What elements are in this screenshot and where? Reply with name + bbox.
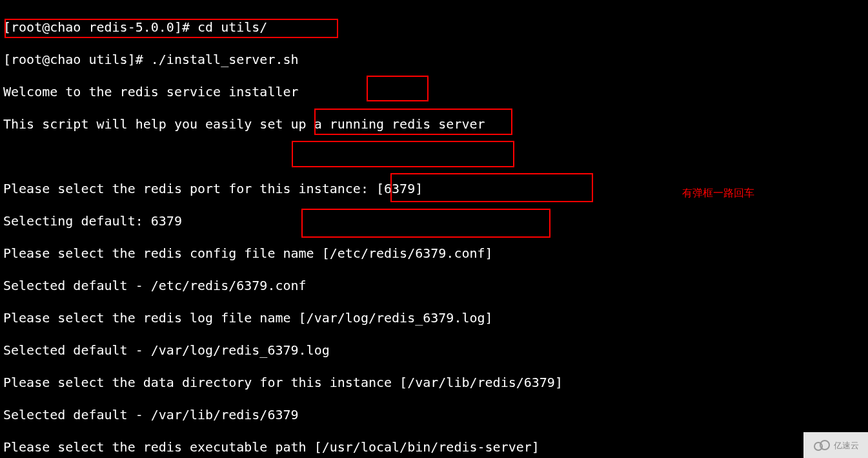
terminal-line: Selected default - /var/log/redis_6379.l… [3,342,868,359]
prompt-text: Please select the redis log file name [3,310,299,326]
default-value: [/var/lib/redis/6379] [399,375,570,390]
terminal-line: This script will help you easily set up … [3,116,868,132]
terminal-output[interactable]: [root@chao redis-5.0.0]# cd utils/ [root… [0,0,868,458]
terminal-line: [root@chao utils]# ./install_server.sh [3,52,868,68]
command-text: cd utils/ [197,19,267,35]
terminal-line: Welcome to the redis service installer [3,84,868,100]
prompt-text: Please select the redis executable path [3,439,314,455]
prompt-text: Please select the data directory for thi… [3,375,399,390]
terminal-line [3,149,868,165]
terminal-line: Please select the redis log file name [/… [3,310,868,326]
terminal-line: Selected default - /var/lib/redis/6379 [3,407,868,423]
terminal-line: Selected default - /etc/redis/6379.conf [3,278,868,294]
watermark-text: 亿速云 [834,437,859,453]
default-value: [/etc/redis/6379.conf] [322,245,501,261]
annotation-text: 有弹框一路回车 [682,185,754,201]
default-value: [6379] [376,181,430,196]
shell-prompt: [root@chao utils]# [3,52,151,67]
default-value: [/usr/local/bin/redis-server] [314,439,547,455]
terminal-line: [root@chao redis-5.0.0]# cd utils/ [3,19,868,36]
cloud-icon [813,439,831,452]
terminal-line: Please select the data directory for thi… [3,375,868,391]
prompt-text: Please select the redis port for this in… [3,181,376,196]
default-value: [/var/log/redis_6379.log] [299,310,501,326]
watermark: 亿速云 [803,432,868,458]
terminal-line: Please select the redis config file name… [3,245,868,262]
prompt-text: Please select the redis config file name [3,245,322,261]
terminal-line: Selecting default: 6379 [3,213,868,229]
terminal-line: Please select the redis executable path … [3,439,868,455]
command-text: ./install_server.sh [151,52,299,67]
shell-prompt: [root@chao redis-5.0.0]# [3,19,197,35]
